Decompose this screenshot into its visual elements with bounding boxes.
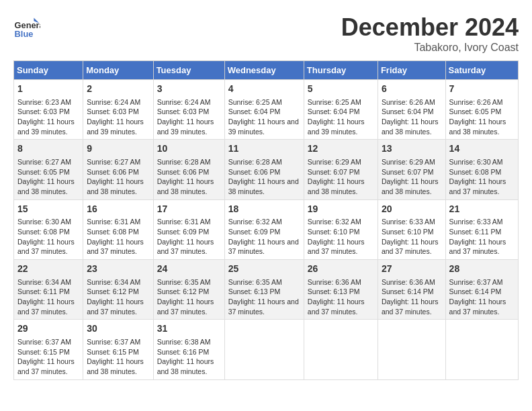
calendar-row: 15Sunrise: 6:30 AMSunset: 6:08 PMDayligh… — [14, 199, 519, 259]
day-number: 3 — [157, 83, 221, 96]
day-number: 29 — [17, 322, 79, 336]
month-title: December 2024 — [341, 13, 519, 42]
day-number: 10 — [157, 142, 221, 156]
header-friday: Friday — [378, 61, 445, 80]
day-number: 14 — [449, 142, 515, 156]
svg-text:Blue: Blue — [15, 29, 34, 39]
table-cell: 18Sunrise: 6:32 AMSunset: 6:09 PMDayligh… — [224, 199, 304, 259]
table-cell: 28Sunrise: 6:37 AMSunset: 6:14 PMDayligh… — [445, 260, 518, 320]
day-number: 9 — [87, 142, 149, 156]
day-number: 20 — [382, 203, 442, 216]
day-number: 18 — [228, 203, 300, 216]
day-number: 25 — [228, 263, 300, 276]
calendar-row: 29Sunrise: 6:37 AMSunset: 6:15 PMDayligh… — [14, 320, 519, 379]
day-number: 24 — [157, 263, 221, 276]
table-cell: 24Sunrise: 6:35 AMSunset: 6:12 PMDayligh… — [153, 260, 224, 320]
table-cell: 29Sunrise: 6:37 AMSunset: 6:15 PMDayligh… — [14, 320, 83, 379]
table-cell: 10Sunrise: 6:28 AMSunset: 6:06 PMDayligh… — [153, 140, 224, 199]
table-cell: 8Sunrise: 6:27 AMSunset: 6:05 PMDaylight… — [14, 140, 83, 199]
day-number: 17 — [157, 203, 221, 216]
table-cell: 9Sunrise: 6:27 AMSunset: 6:06 PMDaylight… — [83, 140, 153, 199]
day-number: 21 — [449, 203, 515, 216]
table-cell: 19Sunrise: 6:32 AMSunset: 6:10 PMDayligh… — [304, 199, 378, 259]
table-cell: 17Sunrise: 6:31 AMSunset: 6:09 PMDayligh… — [153, 199, 224, 259]
table-cell: 5Sunrise: 6:25 AMSunset: 6:04 PMDaylight… — [304, 80, 378, 140]
day-number: 31 — [157, 322, 221, 336]
day-number: 2 — [87, 83, 149, 96]
header-saturday: Saturday — [445, 61, 518, 80]
table-cell — [224, 320, 304, 379]
table-cell: 30Sunrise: 6:37 AMSunset: 6:15 PMDayligh… — [83, 320, 153, 379]
calendar-row: 8Sunrise: 6:27 AMSunset: 6:05 PMDaylight… — [14, 140, 519, 199]
logo: General Blue — [13, 13, 40, 40]
day-number: 6 — [382, 83, 442, 96]
day-number: 15 — [17, 203, 79, 216]
table-cell: 4Sunrise: 6:25 AMSunset: 6:04 PMDaylight… — [224, 80, 304, 140]
calendar-row: 22Sunrise: 6:34 AMSunset: 6:11 PMDayligh… — [14, 260, 519, 320]
table-cell: 11Sunrise: 6:28 AMSunset: 6:06 PMDayligh… — [224, 140, 304, 199]
header-tuesday: Tuesday — [153, 61, 224, 80]
location-title: Tabakoro, Ivory Coast — [341, 42, 519, 54]
table-cell: 1Sunrise: 6:23 AMSunset: 6:03 PMDaylight… — [14, 80, 83, 140]
day-number: 4 — [228, 83, 300, 96]
day-number: 16 — [87, 203, 149, 216]
table-cell: 6Sunrise: 6:26 AMSunset: 6:04 PMDaylight… — [378, 80, 445, 140]
table-cell: 3Sunrise: 6:24 AMSunset: 6:03 PMDaylight… — [153, 80, 224, 140]
table-cell: 31Sunrise: 6:38 AMSunset: 6:16 PMDayligh… — [153, 320, 224, 379]
table-cell: 12Sunrise: 6:29 AMSunset: 6:07 PMDayligh… — [304, 140, 378, 199]
header-monday: Monday — [83, 61, 153, 80]
day-number: 30 — [87, 322, 149, 336]
header-thursday: Thursday — [304, 61, 378, 80]
day-number: 28 — [449, 263, 515, 276]
table-cell: 26Sunrise: 6:36 AMSunset: 6:13 PMDayligh… — [304, 260, 378, 320]
header-wednesday: Wednesday — [224, 61, 304, 80]
logo-icon: General Blue — [13, 13, 40, 40]
table-cell: 15Sunrise: 6:30 AMSunset: 6:08 PMDayligh… — [14, 199, 83, 259]
day-number: 23 — [87, 263, 149, 276]
header-sunday: Sunday — [14, 61, 83, 80]
table-cell: 23Sunrise: 6:34 AMSunset: 6:12 PMDayligh… — [83, 260, 153, 320]
day-number: 13 — [382, 142, 442, 156]
table-cell: 2Sunrise: 6:24 AMSunset: 6:03 PMDaylight… — [83, 80, 153, 140]
table-cell — [304, 320, 378, 379]
calendar-body: 1Sunrise: 6:23 AMSunset: 6:03 PMDaylight… — [14, 80, 519, 380]
day-number: 26 — [308, 263, 374, 276]
table-cell — [445, 320, 518, 379]
day-number: 11 — [228, 142, 300, 156]
header: General Blue December 2024 Tabakoro, Ivo… — [13, 13, 519, 54]
table-cell: 22Sunrise: 6:34 AMSunset: 6:11 PMDayligh… — [14, 260, 83, 320]
day-number: 7 — [449, 83, 515, 96]
header-row: Sunday Monday Tuesday Wednesday Thursday… — [14, 61, 519, 80]
table-cell — [378, 320, 445, 379]
table-cell: 7Sunrise: 6:26 AMSunset: 6:05 PMDaylight… — [445, 80, 518, 140]
day-number: 27 — [382, 263, 442, 276]
calendar-row: 1Sunrise: 6:23 AMSunset: 6:03 PMDaylight… — [14, 80, 519, 140]
table-cell: 25Sunrise: 6:35 AMSunset: 6:13 PMDayligh… — [224, 260, 304, 320]
day-number: 19 — [308, 203, 374, 216]
table-cell: 13Sunrise: 6:29 AMSunset: 6:07 PMDayligh… — [378, 140, 445, 199]
table-cell: 16Sunrise: 6:31 AMSunset: 6:08 PMDayligh… — [83, 199, 153, 259]
day-number: 8 — [17, 142, 79, 156]
day-number: 22 — [17, 263, 79, 276]
table-cell: 21Sunrise: 6:33 AMSunset: 6:11 PMDayligh… — [445, 199, 518, 259]
day-number: 5 — [308, 83, 374, 96]
title-area: December 2024 Tabakoro, Ivory Coast — [341, 13, 519, 54]
day-number: 12 — [308, 142, 374, 156]
table-cell: 14Sunrise: 6:30 AMSunset: 6:08 PMDayligh… — [445, 140, 518, 199]
table-cell: 27Sunrise: 6:36 AMSunset: 6:14 PMDayligh… — [378, 260, 445, 320]
table-cell: 20Sunrise: 6:33 AMSunset: 6:10 PMDayligh… — [378, 199, 445, 259]
day-number: 1 — [17, 83, 79, 96]
calendar-table: Sunday Monday Tuesday Wednesday Thursday… — [13, 60, 519, 380]
